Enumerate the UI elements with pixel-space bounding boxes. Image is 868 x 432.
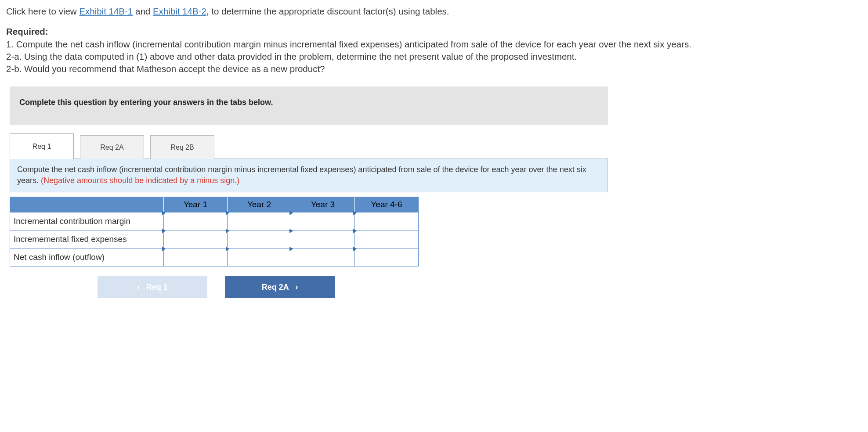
input-r2-c1[interactable] <box>167 250 224 264</box>
input-r1-c1[interactable] <box>167 232 224 246</box>
cell <box>228 230 291 248</box>
input-r0-c4[interactable] <box>358 214 415 228</box>
input-r0-c3[interactable] <box>295 214 351 228</box>
table-header-row: Year 1 Year 2 Year 3 Year 4-6 <box>10 197 419 212</box>
cell <box>355 212 419 230</box>
nav-row: ‹ Req 1 Req 2A › <box>10 276 423 298</box>
tabs-row: Req 1 Req 2A Req 2B <box>10 133 608 159</box>
cell <box>228 248 291 266</box>
chevron-left-icon: ‹ <box>137 281 140 293</box>
input-r2-c3[interactable] <box>295 250 351 264</box>
triangle-icon <box>353 229 357 233</box>
cell <box>355 230 419 248</box>
required-item-2a: 2-a. Using the data computed in (1) abov… <box>6 50 862 63</box>
cell <box>164 212 228 230</box>
row-label: Incrememental fixed expenses <box>10 230 164 248</box>
prompt-note: (Negative amounts should be indicated by… <box>41 176 239 185</box>
th-year-4-6: Year 4-6 <box>355 197 419 212</box>
input-r1-c2[interactable] <box>231 232 287 246</box>
instruction-bar: Complete this question by entering your … <box>10 86 608 125</box>
input-r0-c2[interactable] <box>231 214 287 228</box>
input-r2-c2[interactable] <box>231 250 287 264</box>
cell <box>164 248 228 266</box>
required-block: Required: 1. Compute the net cash inflow… <box>6 25 862 75</box>
cell <box>355 248 419 266</box>
answer-area: Complete this question by entering your … <box>6 86 608 298</box>
input-r1-c3[interactable] <box>295 232 351 246</box>
intro-post: , to determine the appropriate discount … <box>206 6 449 16</box>
cell <box>228 212 291 230</box>
intro-pre: Click here to view <box>6 6 79 16</box>
answer-table: Year 1 Year 2 Year 3 Year 4-6 Incrementa… <box>10 197 419 266</box>
triangle-icon <box>289 247 293 251</box>
next-button-label: Req 2A <box>262 282 289 293</box>
required-heading: Required: <box>6 25 862 38</box>
triangle-icon <box>162 229 166 233</box>
input-r0-c1[interactable] <box>167 214 224 228</box>
cell <box>291 212 355 230</box>
th-year-3: Year 3 <box>291 197 355 212</box>
chevron-right-icon: › <box>295 281 298 293</box>
intro-mid: and <box>133 6 153 16</box>
required-item-2b: 2-b. Would you recommend that Matheson a… <box>6 63 862 75</box>
input-r1-c4[interactable] <box>358 232 415 246</box>
exhibit-link-1[interactable]: Exhibit 14B-1 <box>79 6 133 16</box>
next-button[interactable]: Req 2A › <box>225 276 335 298</box>
th-year-2: Year 2 <box>228 197 291 212</box>
table-row: Incremental contribution margin <box>10 212 419 230</box>
prev-button[interactable]: ‹ Req 1 <box>98 276 207 298</box>
cell <box>291 230 355 248</box>
exhibit-link-2[interactable]: Exhibit 14B-2 <box>153 6 206 16</box>
triangle-icon <box>353 247 357 251</box>
tab-req-1[interactable]: Req 1 <box>10 133 74 159</box>
th-blank <box>10 197 164 212</box>
cell <box>164 230 228 248</box>
triangle-icon <box>289 211 293 215</box>
triangle-icon <box>162 211 166 215</box>
triangle-icon <box>226 247 229 251</box>
tab-req-2b[interactable]: Req 2B <box>150 135 214 159</box>
intro-line: Click here to view Exhibit 14B-1 and Exh… <box>6 5 862 18</box>
triangle-icon <box>162 247 166 251</box>
triangle-icon <box>353 211 357 215</box>
row-label: Incremental contribution margin <box>10 212 164 230</box>
triangle-icon <box>289 229 293 233</box>
required-item-1: 1. Compute the net cash inflow (incremen… <box>6 38 862 50</box>
table-row: Net cash inflow (outflow) <box>10 248 419 266</box>
table-row: Incrememental fixed expenses <box>10 230 419 248</box>
row-label: Net cash inflow (outflow) <box>10 248 164 266</box>
prompt-box: Compute the net cash inflow (incremental… <box>10 158 608 192</box>
input-r2-c4[interactable] <box>358 250 415 264</box>
th-year-1: Year 1 <box>164 197 228 212</box>
cell <box>291 248 355 266</box>
triangle-icon <box>226 229 229 233</box>
prev-button-label: Req 1 <box>146 282 168 293</box>
tab-req-2a[interactable]: Req 2A <box>80 135 144 159</box>
triangle-icon <box>226 211 229 215</box>
